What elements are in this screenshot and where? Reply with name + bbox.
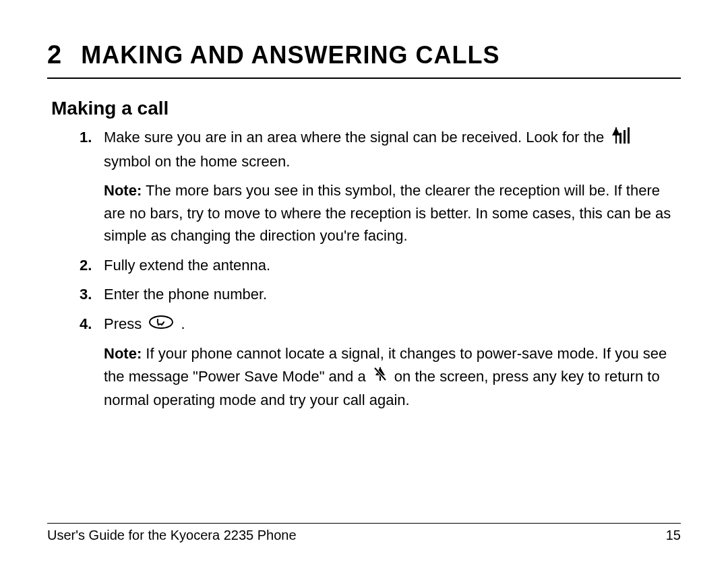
chapter-number: 2 <box>47 40 62 69</box>
chapter-title: MAKING AND ANSWERING CALLS <box>81 41 499 69</box>
note-label: Note: <box>104 345 142 362</box>
note-text: The more bars you see in this symbol, th… <box>104 182 671 244</box>
step-number: 2. <box>80 254 104 276</box>
step-text: symbol on the home screen. <box>104 153 290 170</box>
step-text: Press <box>104 315 146 332</box>
svg-rect-1 <box>615 127 617 144</box>
footer-page-number: 15 <box>666 528 681 543</box>
step-text: . <box>181 315 185 332</box>
step-text: Enter the phone number. <box>104 283 681 305</box>
step-number: 1. <box>80 126 104 247</box>
note-label: Note: <box>104 182 142 199</box>
phone-button-icon <box>148 313 174 336</box>
step-2: 2. Fully extend the antenna. <box>80 254 681 276</box>
step-1: 1. Make sure you are in an area where th… <box>80 126 681 247</box>
section-title: Making a call <box>51 98 681 119</box>
step-body: Press . Note: If your phone cannot locat… <box>104 313 681 412</box>
step-note: Note: The more bars you see in this symb… <box>104 179 681 247</box>
svg-rect-2 <box>619 133 621 144</box>
step-number: 3. <box>80 283 104 305</box>
step-number: 4. <box>80 313 104 412</box>
step-4: 4. Press . Note: If your phone cannot lo… <box>80 313 681 412</box>
chapter-heading: 2 MAKING AND ANSWERING CALLS <box>47 40 681 79</box>
page-footer: User's Guide for the Kyocera 2235 Phone … <box>47 523 681 543</box>
step-body: Make sure you are in an area where the s… <box>104 126 681 247</box>
steps-list: 1. Make sure you are in an area where th… <box>47 126 681 411</box>
svg-point-5 <box>150 316 173 328</box>
step-text: Fully extend the antenna. <box>104 254 681 276</box>
step-text: Make sure you are in an area where the s… <box>104 129 608 146</box>
no-signal-icon <box>373 366 388 388</box>
footer-guide-title: User's Guide for the Kyocera 2235 Phone <box>47 528 297 543</box>
svg-rect-4 <box>628 127 630 144</box>
step-note: Note: If your phone cannot locate a sign… <box>104 342 681 411</box>
signal-bars-icon <box>611 126 634 150</box>
svg-rect-3 <box>624 130 626 144</box>
step-3: 3. Enter the phone number. <box>80 283 681 305</box>
